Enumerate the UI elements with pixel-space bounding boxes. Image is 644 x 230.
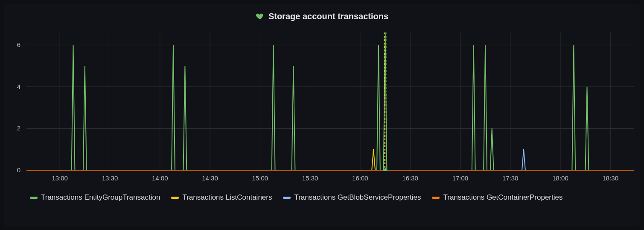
legend-label: Transactions GetBlobServiceProperties xyxy=(294,193,421,202)
legend-swatch xyxy=(30,197,38,199)
chart-legend: Transactions EntityGroupTransactionTrans… xyxy=(30,193,635,202)
svg-text:13:30: 13:30 xyxy=(102,174,118,182)
legend-item[interactable]: Transactions ListContainers xyxy=(171,193,272,202)
svg-text:18:00: 18:00 xyxy=(552,174,568,182)
legend-swatch xyxy=(171,197,179,199)
svg-text:16:30: 16:30 xyxy=(402,174,418,182)
svg-text:2: 2 xyxy=(17,124,20,132)
svg-text:14:30: 14:30 xyxy=(202,174,218,182)
series-line xyxy=(26,32,634,170)
svg-text:15:00: 15:00 xyxy=(252,174,268,182)
chart-plot[interactable]: 024613:0013:3014:0014:3015:0015:3016:001… xyxy=(4,28,640,191)
legend-label: Transactions ListContainers xyxy=(182,193,272,202)
svg-text:17:30: 17:30 xyxy=(502,174,519,182)
chart-panel: Storage account transactions 024613:0013… xyxy=(4,4,640,226)
svg-text:0: 0 xyxy=(17,166,20,174)
svg-text:14:00: 14:00 xyxy=(152,174,168,182)
svg-text:15:30: 15:30 xyxy=(302,174,318,182)
svg-text:16:00: 16:00 xyxy=(352,174,368,182)
heart-icon xyxy=(256,12,264,21)
legend-swatch xyxy=(432,197,440,199)
svg-text:17:00: 17:00 xyxy=(452,174,469,182)
legend-item[interactable]: Transactions EntityGroupTransaction xyxy=(30,193,160,202)
legend-item[interactable]: Transactions GetBlobServiceProperties xyxy=(283,193,421,202)
legend-swatch xyxy=(283,197,291,199)
panel-title-bar[interactable]: Storage account transactions xyxy=(4,4,640,28)
svg-text:18:30: 18:30 xyxy=(602,174,618,182)
series-line xyxy=(26,149,634,170)
svg-text:6: 6 xyxy=(17,41,20,48)
panel-title: Storage account transactions xyxy=(268,12,388,21)
svg-text:4: 4 xyxy=(17,83,20,90)
series-line xyxy=(26,149,634,170)
svg-text:13:00: 13:00 xyxy=(52,174,68,182)
legend-label: Transactions EntityGroupTransaction xyxy=(41,193,160,202)
legend-item[interactable]: Transactions GetContainerProperties xyxy=(432,193,562,202)
legend-label: Transactions GetContainerProperties xyxy=(443,193,562,202)
